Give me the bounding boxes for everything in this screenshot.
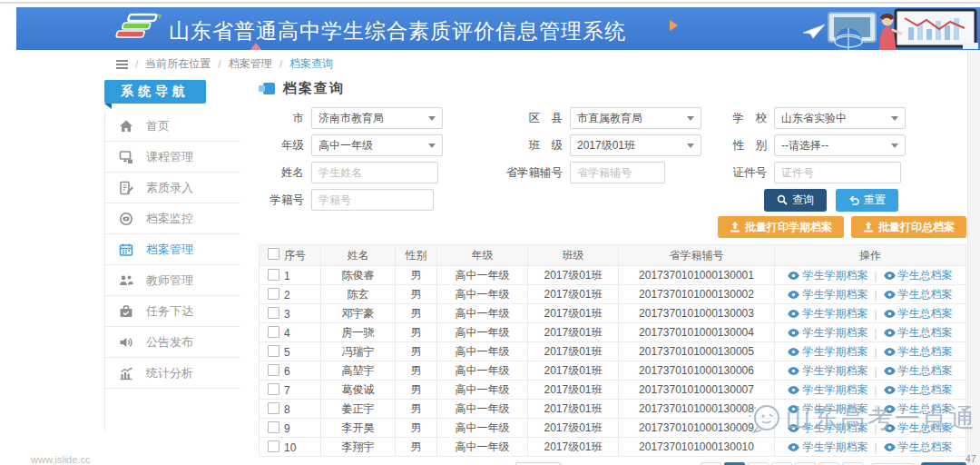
breadcrumb-current[interactable]: 档案查询 [289, 56, 333, 72]
semester-archive-link[interactable]: 学生学期档案 [788, 440, 867, 455]
task-icon [119, 304, 137, 319]
app-header: 山东省普通高中学生综合素质评价信息管理系统 [16, 7, 980, 50]
cell-actions: 学生学期档案|学生总档案 [775, 438, 966, 457]
sidebar-item-archive-monitor[interactable]: 档案监控 [105, 203, 240, 234]
semester-archive-link[interactable]: 学生学期档案 [788, 325, 867, 341]
row-checkbox[interactable] [268, 421, 279, 433]
semester-archive-link[interactable]: 学生学期档案 [788, 344, 867, 360]
school-select[interactable]: 山东省实验中 [774, 107, 906, 129]
menu-icon[interactable] [116, 60, 128, 69]
semester-archive-link[interactable]: 学生学期档案 [788, 420, 867, 436]
cell-gender: 男 [396, 361, 437, 381]
cell-aux-no: 2017370101000130005 [619, 342, 775, 361]
class-select[interactable]: 2017级01班 [570, 134, 701, 156]
cell-class: 2017级01班 [528, 304, 619, 323]
sidebar-item-label: 首页 [146, 118, 170, 134]
section-icon [263, 83, 275, 94]
header-illustration [794, 7, 980, 50]
district-select-value: 市直属教育局 [577, 111, 642, 126]
total-archive-link[interactable]: 学生总档案 [884, 401, 953, 417]
total-archive-link[interactable]: 学生总档案 [884, 363, 953, 379]
semester-archive-link[interactable]: 学生学期档案 [788, 363, 867, 379]
district-select[interactable]: 市直属教育局 [570, 107, 701, 129]
row-checkbox[interactable] [268, 440, 279, 452]
total-archive-link[interactable]: 学生总档案 [884, 382, 953, 398]
total-archive-link[interactable]: 学生总档案 [884, 325, 953, 341]
semester-archive-link[interactable]: 学生学期档案 [788, 382, 867, 398]
class-select-value: 2017级01班 [577, 138, 635, 153]
row-checkbox[interactable] [268, 288, 279, 300]
search-icon [777, 194, 788, 205]
slide: 山东省普通高中学生综合素质评价信息管理系统 [0, 0, 980, 465]
sidebar-menu: 首页课程管理素质录入档案监控档案管理教师管理任务下达公告发布统计分析 [104, 111, 240, 430]
slide-number: 47 [965, 453, 976, 464]
sidebar-item-announcement[interactable]: 公告发布 [105, 327, 240, 358]
total-archive-link[interactable]: 学生总档案 [884, 268, 953, 283]
city-select[interactable]: 济南市教育局 [311, 107, 443, 129]
class-label: 班 级 [490, 138, 563, 153]
row-checkbox[interactable] [268, 345, 279, 357]
row-checkbox[interactable] [268, 269, 279, 281]
total-archive-link[interactable]: 学生总档案 [884, 287, 953, 302]
column-header-actions: 操作 [775, 245, 966, 266]
sidebar-item-stats[interactable]: 统计分析 [105, 358, 240, 389]
cell-class: 2017级01班 [528, 361, 619, 381]
eye-icon [788, 443, 799, 451]
cell-gender: 男 [396, 381, 437, 400]
total-archive-link[interactable]: 学生总档案 [884, 440, 953, 455]
cell-aux-no: 2017370101000130006 [619, 361, 775, 381]
cell-no: 7 [260, 381, 321, 400]
row-checkbox[interactable] [268, 307, 279, 319]
sidebar-item-task-assign[interactable]: 任务下达 [105, 296, 240, 327]
table-header-row: 序号姓名性别年级班级省学籍辅号操作 [260, 245, 966, 266]
row-checkbox[interactable] [268, 402, 279, 414]
semester-archive-link[interactable]: 学生学期档案 [788, 401, 867, 417]
sidebar-item-quality-entry[interactable]: 素质录入 [105, 173, 240, 203]
semester-archive-link[interactable]: 学生学期档案 [788, 306, 867, 322]
eye-icon [788, 405, 799, 413]
batch-print-total-button[interactable]: 批量打印总档案 [851, 216, 966, 238]
cell-class: 2017级01班 [528, 323, 619, 342]
cell-no: 3 [260, 304, 321, 323]
sidebar-item-archive-mgmt[interactable]: 档案管理 [105, 234, 240, 265]
sidebar-item-teacher-mgmt[interactable]: 教师管理 [105, 265, 240, 296]
right-edge-strip [967, 50, 980, 465]
chevron-down-icon [428, 143, 436, 148]
row-checkbox[interactable] [268, 383, 279, 395]
gender-select[interactable]: --请选择-- [774, 134, 906, 156]
semester-archive-link[interactable]: 学生学期档案 [788, 268, 867, 283]
semester-archive-link[interactable]: 学生学期档案 [788, 287, 867, 302]
total-archive-link[interactable]: 学生总档案 [884, 344, 953, 360]
sidebar: 系统导航 首页课程管理素质录入档案监控档案管理教师管理任务下达公告发布统计分析 [104, 80, 240, 430]
total-archive-link[interactable]: 学生总档案 [884, 420, 953, 436]
cell-actions: 学生学期档案|学生总档案 [775, 342, 966, 361]
sidebar-item-course-mgmt[interactable]: 课程管理 [105, 142, 240, 173]
chevron-down-icon [687, 143, 694, 148]
filter-form: 市 济南市教育局 区 县 市直属教育局 学 校 山东省 [259, 107, 966, 211]
cell-name: 陈俊睿 [321, 266, 396, 285]
announce-icon [119, 335, 137, 350]
id-no-input[interactable] [774, 162, 901, 183]
reset-button[interactable]: 重置 [836, 189, 898, 212]
cell-no: 1 [260, 266, 321, 285]
cell-name: 李翔宇 [321, 438, 396, 457]
cell-no: 6 [260, 361, 321, 381]
select-all-checkbox[interactable] [268, 248, 279, 260]
grade-select[interactable]: 高中一年级 [311, 134, 443, 156]
table-row: 4房一骁男高中一年级2017级01班2017370101000130004学生学… [260, 323, 966, 342]
stats-icon [119, 366, 137, 381]
total-archive-link[interactable]: 学生总档案 [884, 306, 953, 322]
cell-grade: 高中一年级 [437, 400, 528, 419]
name-input[interactable] [311, 162, 438, 183]
query-button[interactable]: 查询 [764, 189, 827, 212]
table-row: 6高堃宇男高中一年级2017级01班2017370101000130006学生学… [260, 361, 966, 381]
reg-no-input[interactable] [311, 189, 434, 211]
sidebar-item-home[interactable]: 首页 [105, 111, 240, 142]
row-checkbox[interactable] [268, 364, 279, 376]
row-checkbox[interactable] [268, 326, 279, 338]
cell-gender: 男 [396, 400, 437, 419]
batch-print-semester-button[interactable]: 批量打印学期档案 [718, 216, 844, 238]
breadcrumb-section[interactable]: 档案管理 [229, 56, 272, 72]
chevron-down-icon [891, 143, 898, 148]
aux-no-input[interactable] [570, 162, 665, 183]
